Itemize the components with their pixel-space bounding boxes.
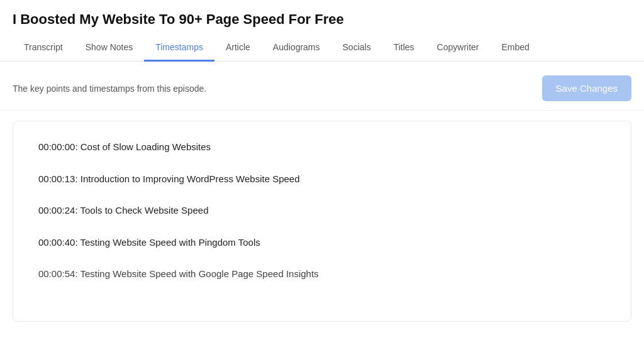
tab-audiograms[interactable]: Audiograms	[262, 35, 331, 62]
list-item: 00:00:40: Testing Website Speed with Pin…	[38, 236, 606, 250]
tab-show-notes[interactable]: Show Notes	[74, 35, 144, 62]
timestamp-time: 00:00:54	[38, 268, 75, 279]
tabs-bar: Transcript Show Notes Timestamps Article…	[0, 34, 644, 62]
content-description: The key points and timestamps from this …	[13, 84, 206, 94]
timestamp-time: 00:00:00	[38, 141, 75, 152]
tab-socials[interactable]: Socials	[331, 35, 382, 62]
tab-article[interactable]: Article	[214, 35, 262, 62]
separator: :	[75, 173, 80, 184]
timestamp-label: Tools to Check Website Speed	[80, 205, 208, 216]
list-item: 00:00:13: Introduction to Improving Word…	[38, 172, 606, 187]
list-item: 00:00:54: Testing Website Speed with Goo…	[38, 267, 606, 282]
content-header: The key points and timestamps from this …	[0, 62, 644, 111]
save-changes-button[interactable]: Save Changes	[542, 75, 631, 101]
tab-titles[interactable]: Titles	[382, 35, 426, 62]
tab-embed[interactable]: Embed	[491, 35, 541, 62]
timestamp-label: Testing Website Speed with Google Page S…	[80, 268, 318, 279]
tab-transcript[interactable]: Transcript	[13, 35, 74, 62]
separator: :	[75, 141, 80, 152]
timestamp-time: 00:00:24	[38, 205, 75, 216]
list-item: 00:00:00: Cost of Slow Loading Websites	[38, 140, 606, 155]
page-title: I Boosted My Website To 90+ Page Speed F…	[0, 0, 644, 34]
timestamp-label: Cost of Slow Loading Websites	[80, 141, 211, 152]
tab-copywriter[interactable]: Copywriter	[426, 35, 491, 62]
timestamp-label: Testing Website Speed with Pingdom Tools	[80, 237, 260, 248]
timestamps-container: 00:00:00: Cost of Slow Loading Websites …	[13, 121, 631, 322]
timestamp-time: 00:00:40	[38, 237, 75, 248]
timestamp-time: 00:00:13	[38, 173, 75, 184]
page-wrapper: I Boosted My Website To 90+ Page Speed F…	[0, 0, 644, 345]
timestamp-label: Introduction to Improving WordPress Webs…	[80, 173, 300, 184]
list-item: 00:00:24: Tools to Check Website Speed	[38, 204, 606, 218]
tab-timestamps[interactable]: Timestamps	[144, 35, 214, 62]
